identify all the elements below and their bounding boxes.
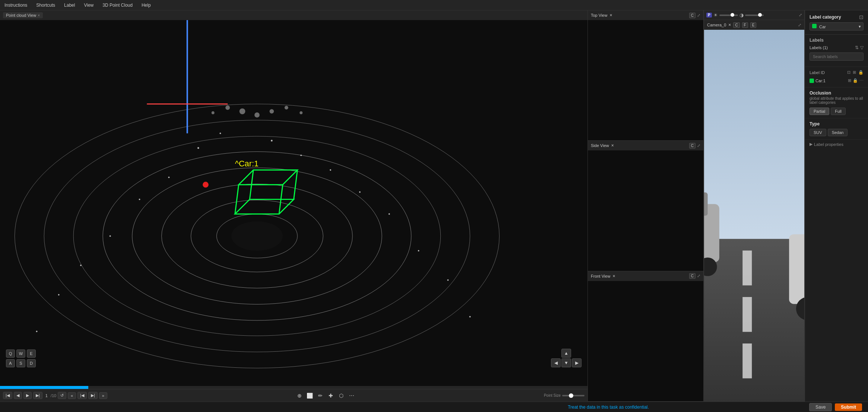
more-tool[interactable]: ⋯ <box>347 391 356 400</box>
front-view-title: Front View <box>591 274 610 278</box>
camera-column: P ☀ ◑ ⤢ Camera_0 × C F E ⤢ <box>704 10 804 402</box>
label-item-car1: Car:1 ⊞ 🔒 ⋯ <box>810 77 864 84</box>
menu-3d-point-cloud[interactable]: 3D Point Cloud <box>101 2 134 9</box>
loop-btn[interactable]: ↺ <box>58 392 66 399</box>
menu-label[interactable]: Label <box>63 2 76 9</box>
views-column: Top View × C ⤢ Side View × <box>588 10 703 402</box>
crosshair-tool[interactable]: ✚ <box>326 391 335 400</box>
status-bar: Treat the data in this task as confident… <box>0 402 868 412</box>
label-color-dot <box>810 79 814 83</box>
svg-rect-59 <box>742 250 752 285</box>
top-view-header: Top View × C ⤢ <box>588 10 703 20</box>
sort-icon[interactable]: ⇅ <box>855 45 859 50</box>
step-fwd-btn[interactable]: ▶| <box>88 392 98 399</box>
full-btn[interactable]: Full <box>831 108 846 115</box>
camera-header: Camera_0 × C F E ⤢ <box>704 20 804 30</box>
svg-point-21 <box>58 294 60 296</box>
partial-btn[interactable]: Partial <box>810 108 829 115</box>
side-view-content[interactable] <box>588 150 703 271</box>
next-btn[interactable]: ▶| <box>33 392 42 399</box>
skip-first-btn[interactable]: |◀ <box>3 392 12 399</box>
timeline-bar[interactable] <box>0 386 587 389</box>
menu-view[interactable]: View <box>82 2 95 9</box>
nav-up-btn[interactable]: ▲ <box>561 349 571 358</box>
skip-back-btn[interactable]: « <box>68 392 76 399</box>
front-view-close[interactable]: × <box>612 274 615 279</box>
kb-a[interactable]: A <box>6 359 15 367</box>
svg-point-9 <box>197 147 199 149</box>
submit-button[interactable]: Submit <box>835 403 862 411</box>
svg-point-17 <box>389 213 390 215</box>
kb-s[interactable]: S <box>16 359 25 367</box>
svg-point-23 <box>36 330 38 332</box>
search-labels-input[interactable] <box>810 52 864 61</box>
occlusion-title: Occlusion <box>810 90 864 96</box>
point-cloud-tab-label: Point cloud View <box>6 13 36 17</box>
menu-instructions[interactable]: Instructions <box>3 2 29 9</box>
point-cloud-canvas[interactable]: ^Car:1 Q W E A S D <box>0 20 587 386</box>
properties-column: Label category ⊡ Car ▾ Labels Labels (1) <box>805 10 868 402</box>
category-top-icon[interactable]: ⊡ <box>859 14 864 20</box>
side-view-fullscreen[interactable]: ⤢ <box>697 143 700 148</box>
category-select[interactable]: Car ▾ <box>810 22 864 31</box>
select-tool[interactable]: ⊕ <box>295 391 304 400</box>
front-view-content[interactable] <box>588 281 703 401</box>
menu-shortcuts[interactable]: Shortcuts <box>35 2 57 9</box>
play-btn[interactable]: ▶ <box>23 392 32 399</box>
top-view-fullscreen[interactable]: ⤢ <box>697 13 700 18</box>
kb-w[interactable]: W <box>16 349 25 358</box>
camera-image[interactable] <box>704 30 804 402</box>
front-view-fullscreen[interactable]: ⤢ <box>697 274 700 278</box>
top-view-close[interactable]: × <box>609 13 612 18</box>
kb-q[interactable]: Q <box>6 349 15 358</box>
top-view-content[interactable] <box>588 20 703 140</box>
side-view-title: Side View <box>591 143 609 148</box>
timeline-progress <box>0 386 88 389</box>
brightness-slider[interactable] <box>719 15 738 16</box>
svg-line-39 <box>250 170 253 199</box>
filter-icon[interactable]: ▽ <box>860 45 864 50</box>
top-view-badge: C <box>689 13 696 18</box>
nav-right-btn[interactable]: ▶ <box>572 358 582 367</box>
label-name: Car:1 <box>815 79 826 83</box>
label-icon-1[interactable]: ⊞ <box>848 78 851 83</box>
camera-badge-e: E <box>750 22 757 28</box>
polygon-tool[interactable]: ⬡ <box>337 391 346 400</box>
label-category-section: Label category ⊡ Car ▾ <box>805 10 868 35</box>
contrast-slider[interactable] <box>745 15 764 16</box>
pencil-tool[interactable]: ✏ <box>316 391 325 400</box>
menu-help[interactable]: Help <box>140 2 152 9</box>
point-cloud-tab-bar: Point cloud View × <box>0 10 587 20</box>
nav-left-btn[interactable]: ◀ <box>551 358 561 367</box>
prev-btn[interactable]: ◀ <box>14 392 22 399</box>
step-back-btn[interactable]: |◀ <box>77 392 87 399</box>
kb-e[interactable]: E <box>27 349 36 358</box>
sedan-btn[interactable]: Sedan <box>828 129 848 136</box>
point-cloud-tab-close[interactable]: × <box>38 13 40 17</box>
camera-close[interactable]: × <box>728 22 731 28</box>
all-right-panels: Top View × C ⤢ Side View × <box>588 10 868 402</box>
lock-icon[interactable]: 🔒 <box>858 70 864 75</box>
side-view-close[interactable]: × <box>611 143 614 148</box>
copy-icon[interactable]: ⊡ <box>847 70 850 75</box>
camera-fullscreen[interactable]: ⤢ <box>798 23 801 28</box>
skip-fwd-btn[interactable]: » <box>99 392 107 399</box>
label-properties-title[interactable]: ▶ Label properties <box>810 142 864 147</box>
svg-point-13 <box>330 169 331 171</box>
svg-rect-61 <box>742 344 752 379</box>
kb-d[interactable]: D <box>27 359 36 367</box>
label-lock-icon[interactable]: 🔒 <box>853 78 858 83</box>
suv-btn[interactable]: SUV <box>810 129 826 136</box>
point-size-slider[interactable] <box>562 395 585 396</box>
svg-point-1 <box>44 120 470 352</box>
save-button[interactable]: Save <box>809 403 832 411</box>
box-tool[interactable]: ⬜ <box>305 391 314 400</box>
point-cloud-tab[interactable]: Point cloud View × <box>3 12 43 18</box>
front-view-panel: Front View × C ⤢ <box>588 271 703 402</box>
link-icon[interactable]: ⊞ <box>853 70 856 75</box>
svg-point-10 <box>219 132 221 134</box>
label-more-icon[interactable]: ⋯ <box>859 78 864 83</box>
nav-middle-row: ◀ ▼ ▶ <box>551 358 582 367</box>
camera-top-fullscreen[interactable]: ⤢ <box>799 13 802 17</box>
nav-down-btn[interactable]: ▼ <box>561 358 571 367</box>
